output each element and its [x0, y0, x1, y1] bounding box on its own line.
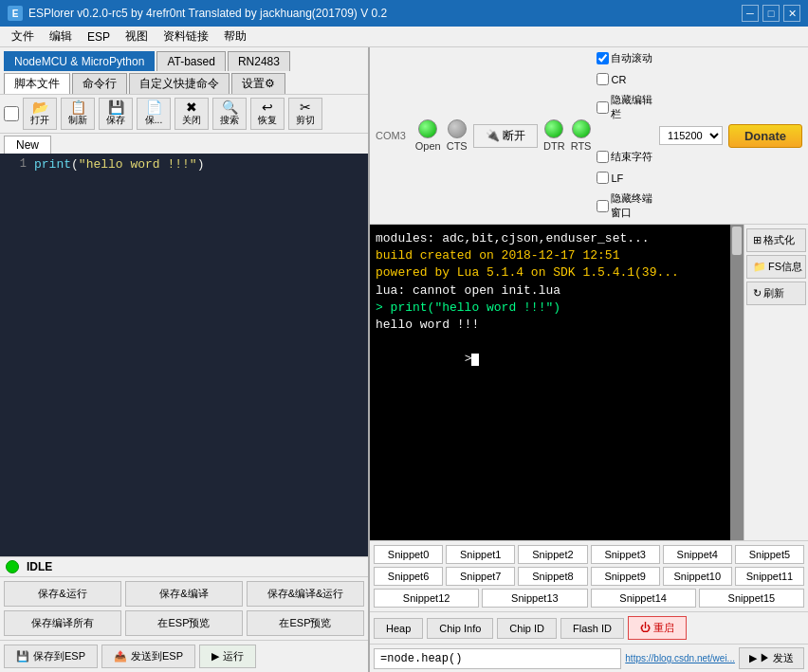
snippet-1-button[interactable]: Snippet1 [446, 545, 515, 564]
snippet-12-button[interactable]: Snippet12 [374, 589, 479, 608]
find-button[interactable]: 🔍 搜索 [212, 98, 247, 130]
chip-id-button[interactable]: Chip ID [497, 618, 557, 639]
snippet-14-button[interactable]: Snippet14 [591, 589, 696, 608]
menu-view[interactable]: 视图 [118, 27, 156, 46]
send-link: https://blog.csdn.net/wei... [625, 653, 735, 663]
snippet-15-button[interactable]: Snippet15 [699, 589, 804, 608]
maximize-button[interactable]: □ [762, 5, 780, 22]
send-icon: ▶ [749, 652, 757, 664]
end-char-checkbox[interactable] [597, 151, 609, 163]
tab-at-based[interactable]: AT-based [156, 51, 225, 71]
run-button[interactable]: ▶ 运行 [199, 645, 256, 668]
open-button[interactable]: 📂 打开 [23, 98, 57, 130]
menu-edit[interactable]: 编辑 [42, 27, 80, 46]
subtab-custom[interactable]: 自定义快捷命令 [129, 73, 230, 94]
term-line-7: > [376, 334, 738, 386]
flash-id-button[interactable]: Flash ID [560, 618, 624, 639]
tab-rn2483[interactable]: RN2483 [228, 51, 290, 71]
save-run-button[interactable]: 保存&运行 [4, 581, 121, 607]
title-text: ESPlorer v0.2.0-rc5 by 4refr0nt Translat… [28, 7, 387, 20]
file-checkbox[interactable] [4, 106, 19, 121]
tab-nodemcu[interactable]: NodeMCU & MicroPython [4, 51, 155, 71]
snippet-7-button[interactable]: Snippet7 [446, 567, 515, 586]
cut-button[interactable]: ✂ 剪切 [288, 98, 322, 130]
cut-icon: ✂ [300, 100, 311, 114]
copy-button[interactable]: 📋 制新 [61, 98, 95, 130]
undo-button[interactable]: ↩ 恢复 [250, 98, 285, 130]
hide-send-checkbox[interactable] [597, 101, 609, 114]
scrollbar-thumb[interactable] [732, 227, 742, 255]
cr-label: CR [611, 74, 626, 85]
subtab-cmd[interactable]: 命令行 [72, 73, 127, 94]
term-line-6: hello word !!! [376, 317, 738, 334]
subtab-settings[interactable]: 设置⚙ [231, 73, 285, 94]
snippet-9-button[interactable]: Snippet9 [591, 567, 660, 586]
refresh-button[interactable]: ↻ 刷新 [746, 282, 806, 305]
minimize-button[interactable]: ─ [742, 5, 759, 22]
heap-button[interactable]: Heap [374, 618, 423, 639]
auto-scroll-checkbox[interactable] [597, 52, 609, 64]
run-label: 运行 [223, 649, 244, 663]
terminal-scrollbar[interactable] [730, 225, 744, 540]
lf-checkbox[interactable] [597, 172, 609, 184]
save-compile-run-button[interactable]: 保存&编译&运行 [247, 581, 364, 607]
send-to-esp-button[interactable]: 📤 发送到ESP [101, 645, 195, 668]
term-line-3: powered by Lua 5.1.4 on SDK 1.5.4.1(39..… [376, 264, 738, 282]
close-file-label: 关闭 [182, 114, 201, 127]
snippet-8-button[interactable]: Snippet8 [518, 567, 587, 586]
close-file-button[interactable]: ✖ 关闭 [174, 98, 209, 130]
hide-term-checkbox[interactable] [597, 200, 609, 212]
snippet-0-button[interactable]: Snippet0 [374, 545, 443, 564]
snippet-10-button[interactable]: Snippet10 [663, 567, 732, 586]
bottom-send-row-right: https://blog.csdn.net/wei... ▶ ▶ 发送 [370, 644, 808, 672]
snippet-6-button[interactable]: Snippet6 [374, 567, 443, 586]
donate-button[interactable]: Donate [728, 124, 802, 148]
save-compile-button[interactable]: 保存&编译 [125, 581, 243, 607]
format-button[interactable]: ⊞ 格式化 [746, 228, 806, 252]
snippet-2-button[interactable]: Snippet2 [518, 545, 587, 564]
chip-info-button[interactable]: Chip Info [427, 618, 493, 639]
baud-rate-select[interactable]: 9600 19200 38400 57600 115200 230400 [659, 126, 723, 145]
open-icon: 📂 [32, 100, 48, 114]
save-to-esp-button[interactable]: 💾 保存到ESP [4, 645, 98, 668]
save-as-button[interactable]: 📄 保... [137, 98, 171, 130]
save-compile-all-button[interactable]: 保存编译所有 [4, 610, 121, 636]
terminal-area[interactable]: modules: adc,bit,cjson,enduser_set... bu… [370, 225, 744, 540]
snippet-5-button[interactable]: Snippet5 [735, 545, 804, 564]
fs-info-button[interactable]: 📁 FS信息 [746, 255, 806, 279]
idle-status: IDLE [27, 560, 52, 573]
new-tab-btn[interactable]: New [4, 136, 51, 154]
title-bar-left: E ESPlorer v0.2.0-rc5 by 4refr0nt Transl… [8, 6, 387, 21]
send-input[interactable] [374, 648, 621, 669]
snippet-13-button[interactable]: Snippet13 [482, 589, 587, 608]
left-panel: NodeMCU & MicroPython AT-based RN2483 脚本… [0, 47, 370, 672]
menu-resources[interactable]: 资料链接 [156, 27, 216, 46]
code-editor[interactable]: 1 print("hello word !!!") [0, 154, 368, 556]
save-button[interactable]: 💾 保存 [99, 98, 133, 130]
undo-icon: ↩ [262, 100, 273, 114]
snippet-3-button[interactable]: Snippet3 [591, 545, 660, 564]
action-buttons: 保存&运行 保存&编译 保存&编译&运行 保存编译所有 在ESP预览 在ESP预… [0, 576, 368, 640]
restart-button[interactable]: ⏻ 重启 [628, 616, 687, 640]
cts-led [448, 119, 467, 138]
subtab-scripts[interactable]: 脚本文件 [4, 73, 70, 94]
menu-file[interactable]: 文件 [4, 27, 42, 46]
line-number-1: 1 [4, 157, 27, 171]
com-label: COM3 [376, 130, 406, 141]
menu-esp[interactable]: ESP [80, 28, 118, 45]
end-char-group: 结束字符 [597, 150, 652, 164]
esp-preview-1-button[interactable]: 在ESP预览 [125, 610, 243, 636]
action-row-2: 保存编译所有 在ESP预览 在ESP预览 [4, 610, 364, 636]
disconnect-button[interactable]: 🔌 断开 [473, 124, 538, 148]
send-action-button[interactable]: ▶ ▶ 发送 [739, 647, 804, 669]
esp-preview-2-button[interactable]: 在ESP预览 [247, 610, 364, 636]
status-bar: IDLE [0, 556, 368, 576]
dtr-led [544, 119, 563, 138]
find-icon: 🔍 [222, 100, 238, 114]
close-button[interactable]: ✕ [783, 5, 800, 22]
term-line-2: build created on 2018-12-17 12:51 [376, 247, 738, 264]
menu-help[interactable]: 帮助 [216, 27, 254, 46]
snippet-11-button[interactable]: Snippet11 [735, 567, 804, 586]
cr-checkbox[interactable] [597, 73, 609, 85]
snippet-4-button[interactable]: Snippet4 [663, 545, 732, 564]
